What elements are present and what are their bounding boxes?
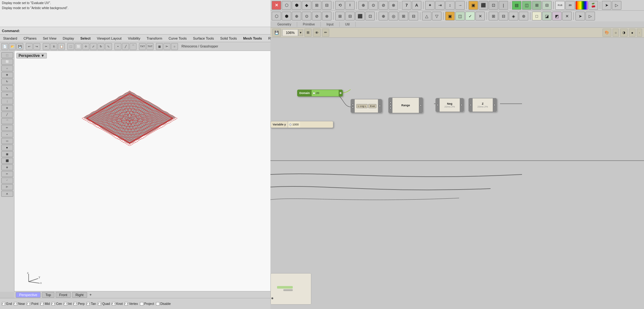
tb-hatch[interactable]: ▦ <box>156 43 163 50</box>
sidebar-move[interactable]: ✥ <box>1 72 13 78</box>
gh-btn2-10[interactable]: ⊡ <box>365 12 375 20</box>
gh-btn-mesh5[interactable]: ⊟ <box>322 1 331 10</box>
menu-viewport-layout[interactable]: Viewport Layout <box>94 36 125 41</box>
gh-dot-btn[interactable]: · <box>637 29 642 37</box>
snap-mid-check[interactable]: ✓ <box>40 302 44 306</box>
gh-btn-green4[interactable]: ⊟ <box>542 1 552 10</box>
sidebar-point[interactable]: • <box>1 131 13 137</box>
gh-node-canvas[interactable]: Domain 20 L Lng L Eval <box>270 38 644 309</box>
sidebar-lasso[interactable]: ○ <box>1 65 13 71</box>
gh-btn2-13[interactable]: ⊞ <box>399 12 408 20</box>
menu-setview[interactable]: Set View <box>40 36 59 41</box>
snap-cen[interactable]: ✓ Cen <box>52 302 62 306</box>
menu-transform[interactable]: Transform <box>143 36 165 41</box>
snap-int-check[interactable]: ✓ <box>64 302 67 306</box>
gh-color-bar[interactable] <box>575 1 588 10</box>
tb-changespace[interactable]: Rhinoceros / Grasshopper <box>180 45 219 48</box>
tab-front[interactable]: Front <box>56 292 71 298</box>
zoom-input[interactable] <box>282 29 298 36</box>
gh-btn-7[interactable]: 7 <box>402 1 411 10</box>
menu-curve-tools[interactable]: Curve Tools <box>165 36 190 41</box>
snap-tan-check[interactable]: ✓ <box>86 302 90 306</box>
gh-btn-arrow[interactable]: ⇥ <box>435 1 445 10</box>
sidebar-annotate[interactable]: A <box>1 191 13 197</box>
snap-vertex[interactable]: ✓ Vertex <box>125 302 138 306</box>
menu-visibility[interactable]: Visibility <box>125 36 144 41</box>
snap-project[interactable]: Project <box>140 302 154 306</box>
tb-txt[interactable]: TXT <box>139 43 146 50</box>
sidebar-fillet[interactable]: ◜ <box>1 178 13 184</box>
gh-btn2-15[interactable]: △ <box>422 12 431 20</box>
snap-knot-check[interactable]: ✓ <box>112 302 115 306</box>
sidebar-solid[interactable]: ■ <box>1 145 13 151</box>
gh-btn-green3[interactable]: ⊞ <box>532 1 541 10</box>
gh-save-btn[interactable]: 💾 <box>272 29 281 37</box>
gh-btn-orange1[interactable]: ▣ <box>469 1 478 10</box>
tb-point[interactable]: • <box>114 43 121 50</box>
gh-btn-arrow-right1[interactable]: ➤ <box>602 1 611 10</box>
sidebar-line[interactable]: ╱ <box>1 112 13 118</box>
sidebar-rotate[interactable]: ↻ <box>1 79 13 85</box>
sidebar-dim[interactable]: ⊢ <box>1 184 13 190</box>
gh-btn-mesh2[interactable]: ⬢ <box>292 1 301 10</box>
snap-int[interactable]: ✓ Int <box>64 302 72 306</box>
gh-btn2-21[interactable]: ⊞ <box>489 12 498 20</box>
menu-standard[interactable]: Standard <box>0 36 20 41</box>
lng-eval-node[interactable]: L Lng L Eval <box>351 99 382 113</box>
gh-btn-x[interactable]: ✕ <box>272 1 281 10</box>
gh-btn-mesh4[interactable]: ⊞ <box>312 1 321 10</box>
domain-node[interactable]: Domain 20 <box>297 90 343 97</box>
sidebar-select[interactable]: ⬚ <box>1 52 13 58</box>
snap-disable-check[interactable] <box>156 302 159 306</box>
gh-btn-t1[interactable]: ⟲ <box>335 1 345 10</box>
gh-btn2-arrow2[interactable]: ▷ <box>586 12 595 20</box>
tab-perspective[interactable]: Perspective <box>16 292 41 298</box>
section-primitive[interactable]: Primitive <box>297 22 321 27</box>
viewport-3d[interactable]: Perspective ▼ y z x <box>14 51 270 292</box>
snap-near-check[interactable]: ✓ <box>14 302 17 306</box>
command-input[interactable] <box>22 29 269 33</box>
gh-btn-c1[interactable]: ⊕ <box>358 1 368 10</box>
tb-save[interactable]: 💾 <box>16 43 23 50</box>
sidebar-mesh[interactable]: ▩ <box>1 151 13 157</box>
tb-paste[interactable]: 📋 <box>58 43 65 50</box>
gh-btn2-18[interactable]: ◫ <box>455 12 465 20</box>
gh-btn-orange2[interactable]: ⬛ <box>479 1 488 10</box>
tab-add[interactable]: + <box>88 292 93 298</box>
snap-quad[interactable]: ✓ Quad <box>98 302 110 306</box>
snap-tan[interactable]: ✓ Tan <box>86 302 96 306</box>
gh-btn-orange3[interactable]: ⊡ <box>489 1 498 10</box>
gh-btn-c3[interactable]: ⊘ <box>379 1 388 10</box>
gh-btn2-color2[interactable]: ◪ <box>542 12 552 20</box>
gh-pen-btn[interactable]: ✏ <box>322 29 329 37</box>
sidebar-freehand[interactable]: ✏ <box>1 125 13 131</box>
gh-btn-mesh1[interactable]: ⬡ <box>282 1 291 10</box>
gh-btn-color1[interactable]: RUB <box>555 1 565 10</box>
section-input[interactable]: Input <box>321 22 339 27</box>
gh-btn2-6[interactable]: ⊗ <box>322 12 331 20</box>
gh-btn2-1[interactable]: ⬡ <box>272 12 281 20</box>
gh-fit-btn[interactable]: ⊞ <box>304 29 312 37</box>
tb-move[interactable]: ⤢ <box>90 43 97 50</box>
snap-perp-check[interactable]: ✓ <box>74 302 77 306</box>
gh-btn2-9[interactable]: ⬛ <box>355 12 365 20</box>
variable-y-node[interactable]: Variable y 1000 <box>270 121 333 128</box>
gh-btn-sep-line[interactable]: | <box>499 1 508 10</box>
tb-redo[interactable]: ↪ <box>33 43 40 50</box>
zoom-down-arrow[interactable]: ▼ <box>298 29 303 36</box>
gh-btn-green2[interactable]: ◫ <box>522 1 531 10</box>
snap-project-check[interactable] <box>140 302 143 306</box>
snap-end[interactable]: ✓ End <box>2 302 12 306</box>
gh-btn2-16[interactable]: ▽ <box>432 12 441 20</box>
tb-rotate[interactable]: ↻ <box>97 43 104 50</box>
snap-disable[interactable]: Disable <box>156 302 171 306</box>
tb-new[interactable]: 📄 <box>1 43 8 50</box>
tb-copy[interactable]: ⎘ <box>50 43 57 50</box>
command-bar[interactable]: Command: <box>0 27 270 34</box>
tb-line[interactable]: ╱ <box>122 43 129 50</box>
snap-mid[interactable]: ✓ Mid <box>40 302 50 306</box>
sidebar-extrude[interactable]: ⬛ <box>1 158 13 164</box>
gh-btn2-color3[interactable]: ◩ <box>552 12 562 20</box>
gh-eye-btn[interactable]: 👁 <box>313 29 321 37</box>
range-node[interactable]: Range <box>388 97 423 113</box>
